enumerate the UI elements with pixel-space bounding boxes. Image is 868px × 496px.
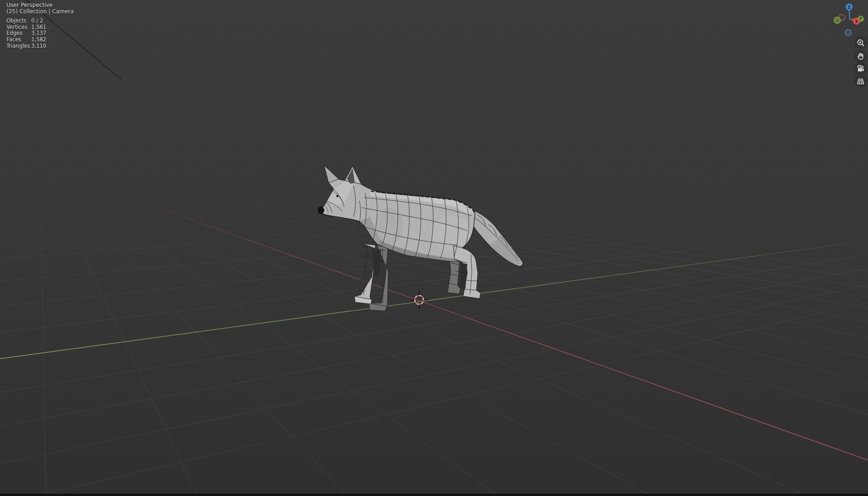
viewport-header: User Perspective (25) Collection | Camer… <box>6 2 74 15</box>
gizmo-z-label: Z <box>848 5 851 10</box>
breadcrumb: (25) Collection | Camera <box>6 8 74 15</box>
fox-shoulder-shade <box>375 208 403 244</box>
stat-row-triangles: Triangles 3,110 <box>6 43 46 50</box>
statistics-overlay: Objects 0 / 2 Vertices 1,561 Edges 3,137… <box>6 18 46 49</box>
fox-mesh-object[interactable] <box>318 165 523 311</box>
gizmo-axis-neg-y-ball[interactable] <box>834 17 840 23</box>
zoom-icon <box>856 38 865 47</box>
window-edge <box>0 494 868 496</box>
camera-view-button[interactable] <box>854 62 867 75</box>
stat-row-objects: Objects 0 / 2 <box>6 18 46 24</box>
gizmo-x-label: X <box>855 19 858 24</box>
camera-view-icon <box>856 64 865 73</box>
view-mode-label: User Perspective <box>6 2 74 8</box>
zoom-button[interactable] <box>854 36 867 49</box>
viewport-canvas[interactable] <box>0 0 868 496</box>
pan-button[interactable] <box>854 50 867 63</box>
orientation-gizmo[interactable]: Y Z X <box>827 0 868 41</box>
3d-cursor <box>410 291 428 309</box>
pan-hand-icon <box>856 52 865 61</box>
perspective-grid-icon <box>856 77 865 86</box>
stat-row-vertices: Vertices 1,561 <box>6 24 46 31</box>
stat-row-edges: Edges 3,137 <box>6 30 46 37</box>
fox-leg-gap-shadow <box>373 249 381 277</box>
fox-thigh-highlight <box>432 215 470 250</box>
gizmo-axis-neg-z-ball[interactable] <box>846 30 851 36</box>
toggle-perspective-button[interactable] <box>854 75 867 88</box>
blender-3d-viewport[interactable]: User Perspective (25) Collection | Camer… <box>0 0 868 496</box>
stat-row-faces: Faces 1,582 <box>6 37 46 43</box>
